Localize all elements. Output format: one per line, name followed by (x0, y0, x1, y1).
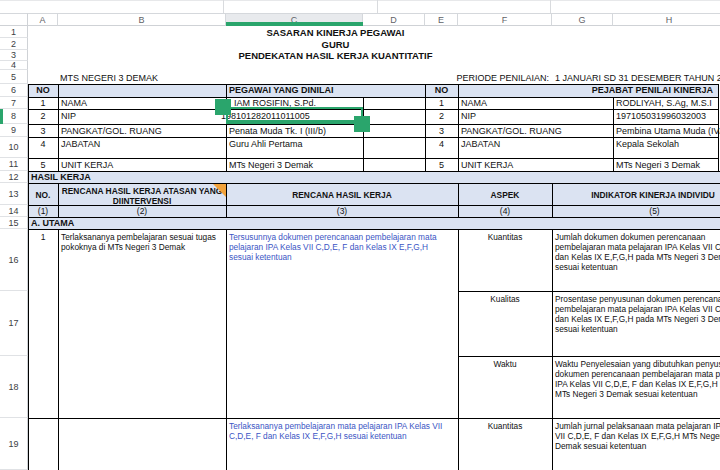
doc-approach: PENDEKATAN HASIL KERJA KUANTITATIF (58, 50, 613, 61)
employee-position-cell[interactable]: Guru Ahli Pertama (229, 139, 303, 150)
subsection-utama[interactable]: A. UTAMA (31, 218, 74, 229)
row-header-13[interactable]: 13 (0, 183, 28, 205)
cell-no[interactable]: 1 (425, 98, 458, 109)
colnum-5[interactable]: (5) (552, 206, 720, 217)
column-header-H[interactable]: H (613, 13, 720, 26)
indicator-item2-cell[interactable]: Jumlah jurnal pelaksanaan mata pelajaran… (555, 421, 720, 451)
row-header-6[interactable]: 6 (0, 84, 28, 97)
item2-plan-cell[interactable]: Terlaksananya pembelajaran mata pelajara… (229, 421, 453, 441)
row-header-7[interactable]: 7 (0, 97, 28, 109)
aspect-kuantitas-cell[interactable]: Kuantitas (459, 232, 551, 242)
header-aspect[interactable]: ASPEK (459, 190, 551, 200)
cell-no[interactable]: 2 (425, 111, 458, 122)
assessor-nip-cell[interactable]: 197105031996032003 (616, 111, 706, 122)
top-sliver-line (550, 0, 551, 13)
top-edge-line (0, 0, 720, 1)
row-header-15[interactable]: 15 (0, 217, 28, 229)
cell-label[interactable]: PANGKAT/GOL. RUANG (461, 126, 562, 137)
header-no[interactable]: NO. (28, 190, 58, 200)
indicator-waktu-cell[interactable]: Waktu Penyelesaian yang dibutuhkan penyu… (555, 359, 720, 399)
select-all-corner[interactable] (0, 13, 28, 26)
cell-no[interactable]: 2 (28, 111, 58, 122)
column-header-F[interactable]: F (458, 13, 552, 26)
assessor-table-title[interactable]: PEJABAT PENILAI KINERJA (458, 85, 713, 96)
aspect-waktu-cell[interactable]: Waktu (459, 359, 551, 369)
row-header-12[interactable]: 12 (0, 171, 28, 183)
row-header-1[interactable]: 1 (0, 26, 28, 38)
cell-no[interactable]: 4 (425, 139, 458, 150)
colnum-2[interactable]: (2) (58, 206, 226, 217)
aspect-item2-cell[interactable]: Kuantitas (459, 421, 551, 431)
doc-title: SASARAN KINERJA PEGAWAI (58, 27, 613, 38)
cell-label[interactable]: NIP (61, 111, 76, 122)
column-header-B[interactable]: B (58, 13, 226, 26)
item1-plan-cell[interactable]: Tersusunnya dokumen perencanaan pembelaj… (229, 232, 453, 262)
employee-table-title[interactable]: PEGAWAI YANG DINILAI (229, 85, 334, 96)
row-header-11[interactable]: 11 (0, 158, 28, 171)
selection-border-bottom (226, 120, 363, 124)
aspect-kualitas-cell[interactable]: Kualitas (459, 294, 551, 304)
row-header-2[interactable]: 2 (0, 38, 28, 50)
cell-label[interactable]: PANGKAT/GOL. RUANG (61, 126, 162, 137)
indicator-kualitas-cell[interactable]: Prosentase penyusunan dokumen perencanaa… (555, 294, 720, 334)
selection-border-top (226, 107, 363, 109)
cell-no[interactable]: 1 (28, 98, 58, 109)
doc-subtitle: GURU (58, 39, 613, 50)
column-header-D[interactable]: D (363, 13, 425, 26)
row-header-18[interactable]: 18 (0, 356, 28, 418)
cell-label[interactable]: UNIT KERJA (61, 160, 113, 171)
cell-label[interactable]: UNIT KERJA (461, 160, 513, 171)
header-plan[interactable]: RENCANA HASIL KERJA (227, 190, 457, 200)
colnum-4[interactable]: (4) (458, 206, 552, 217)
cell-no[interactable]: 3 (28, 126, 58, 137)
indicator-kuantitas-cell[interactable]: Jumlah dokumen dokumen perencanaan pembe… (555, 232, 720, 272)
column-header-G[interactable]: G (552, 13, 613, 26)
selected-row-indicator-bar (0, 109, 3, 124)
period-label[interactable]: PERIODE PENILAIAN: (400, 73, 549, 84)
school-name[interactable]: MTS NEGERI 3 DEMAK (60, 73, 158, 84)
assessor-no-header[interactable]: NO (425, 85, 458, 96)
cell-label[interactable]: NAMA (61, 98, 87, 109)
top-sliver-line (377, 0, 378, 13)
cell-no[interactable]: 3 (425, 126, 458, 137)
colnum-3[interactable]: (3) (226, 206, 458, 217)
employee-no-header[interactable]: NO (28, 85, 58, 96)
item1-no[interactable]: 1 (28, 232, 58, 243)
assessor-rank-cell[interactable]: Pembina Utama Muda (IV/c) (616, 126, 720, 137)
cell-label[interactable]: JABATAN (61, 139, 100, 150)
row-header-14[interactable]: 14 (0, 205, 28, 217)
column-header-A[interactable]: A (28, 13, 58, 26)
cell-no[interactable]: 5 (425, 160, 458, 171)
employee-rank-cell[interactable]: Penata Muda Tk. I (III/b) (229, 126, 326, 137)
assessor-unit-cell[interactable]: MTs Negeri 3 Demak (616, 160, 700, 171)
period-value[interactable]: 1 JANUARI SD 31 DESEMBER TAHUN 2022 (555, 73, 720, 84)
note-marker-icon[interactable] (213, 184, 226, 197)
assessor-name-cell[interactable]: RODLIYAH, S.Ag, M.S.I (616, 98, 712, 109)
row-header-17[interactable]: 17 (0, 291, 28, 356)
employee-unit-cell[interactable]: MTs Negeri 3 Demak (229, 160, 313, 171)
colnum-1[interactable]: (1) (28, 206, 58, 217)
assessor-position-cell[interactable]: Kepala Sekolah (616, 139, 679, 150)
row-header-9[interactable]: 9 (0, 124, 28, 137)
cell-label[interactable]: NIP (461, 111, 476, 122)
cell-no[interactable]: 5 (28, 160, 58, 171)
row-header-10[interactable]: 10 (0, 137, 28, 158)
spreadsheet-app: ABCDEFGH 12345678910111213141516171819 S… (0, 0, 720, 470)
selection-handle-top-left[interactable] (215, 99, 231, 115)
row-header-16[interactable]: 16 (0, 229, 28, 291)
hasil-kerja-title[interactable]: HASIL KERJA (31, 172, 91, 183)
row-header-4[interactable]: 4 (0, 61, 28, 70)
row-header-19[interactable]: 19 (0, 418, 28, 470)
column-header-E[interactable]: E (425, 13, 458, 26)
cell-no[interactable]: 4 (28, 139, 58, 150)
selection-handle-bottom-right[interactable] (354, 116, 370, 132)
item1-intervened-cell[interactable]: Terlaksananya pembelajaran sesuai tugas … (61, 232, 221, 252)
hasil-kerja-band (28, 171, 720, 183)
cell-label[interactable]: JABATAN (461, 139, 500, 150)
selected-column-indicator-bar (226, 22, 363, 26)
header-indicator[interactable]: INDIKATOR KINERJA INDIVIDU (553, 190, 720, 200)
row-header-5[interactable]: 5 (0, 70, 28, 84)
cell-label[interactable]: NAMA (461, 98, 487, 109)
header-intervened[interactable]: RENCANA HASIL KERJA ATASAN YANG DIINTERV… (60, 186, 224, 206)
row-header-8[interactable]: 8 (0, 109, 28, 124)
